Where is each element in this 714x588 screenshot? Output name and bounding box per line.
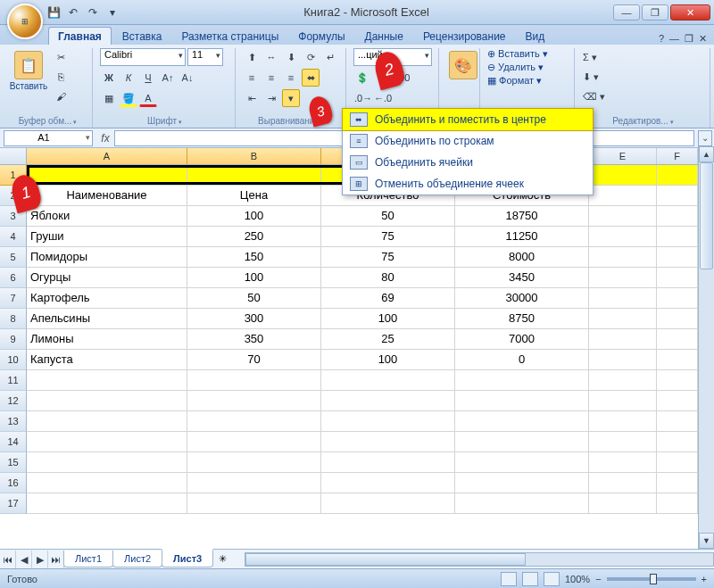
cell[interactable] (589, 473, 657, 493)
cell[interactable] (27, 452, 187, 473)
cell[interactable] (27, 411, 187, 432)
scroll-up[interactable]: ▲ (699, 146, 714, 162)
col-b[interactable]: B (187, 148, 321, 164)
cell[interactable]: Картофель (27, 288, 187, 309)
font-size-combo[interactable]: 11 (187, 48, 223, 66)
increase-indent[interactable]: ⇥ (262, 89, 280, 107)
tab-formulas[interactable]: Формулы (289, 28, 353, 45)
decrease-decimal[interactable]: ←.0 (373, 89, 391, 107)
row-header[interactable]: 13 (0, 411, 27, 432)
cell[interactable] (589, 227, 657, 247)
cell[interactable]: 7000 (455, 329, 589, 350)
cell[interactable] (455, 452, 589, 473)
row-header[interactable]: 8 (0, 309, 27, 329)
align-bottom[interactable]: ⬇ (282, 48, 300, 66)
grow-font-button[interactable]: A↑ (159, 69, 177, 87)
autosum[interactable]: Σ ▾ (582, 48, 598, 66)
cell[interactable] (321, 493, 455, 514)
row-header[interactable]: 7 (0, 288, 27, 309)
shrink-font-button[interactable]: A↓ (178, 69, 196, 87)
font-color-button[interactable]: A (139, 89, 157, 107)
cell[interactable]: 50 (321, 206, 455, 227)
cell[interactable] (657, 370, 698, 391)
tab-view[interactable]: Вид (517, 28, 554, 45)
cell[interactable] (321, 452, 455, 473)
fill-button[interactable]: ⬇ ▾ (582, 68, 600, 86)
cell[interactable] (657, 432, 698, 452)
row-header[interactable]: 6 (0, 268, 27, 288)
cell[interactable] (589, 247, 657, 268)
cell[interactable] (455, 493, 589, 514)
cell[interactable]: 80 (321, 268, 455, 288)
tab-home[interactable]: Главная (48, 27, 112, 45)
sheet-prev[interactable]: ◀ (16, 551, 32, 568)
cell[interactable] (657, 165, 698, 186)
orientation[interactable]: ⟳ (302, 48, 320, 66)
row-header[interactable]: 10 (0, 350, 27, 370)
border-button[interactable]: ▦ (100, 89, 118, 107)
cell[interactable] (657, 309, 698, 329)
cell[interactable]: 30000 (455, 288, 589, 309)
cell[interactable] (657, 186, 698, 206)
cell[interactable]: 300 (187, 309, 321, 329)
row-header[interactable]: 16 (0, 473, 27, 493)
close-button[interactable]: ✕ (670, 4, 710, 21)
cell[interactable] (455, 411, 589, 432)
italic-button[interactable]: К (120, 69, 137, 87)
tab-data[interactable]: Данные (356, 28, 412, 45)
qat-save[interactable]: 💾 (46, 5, 61, 20)
select-all-corner[interactable] (0, 148, 27, 164)
col-f[interactable]: F (657, 148, 698, 164)
qat-customize[interactable]: ▾ (105, 5, 120, 20)
unmerge-item[interactable]: ⊞Отменить объединение ячеек (343, 173, 593, 195)
row-header[interactable]: 14 (0, 432, 27, 452)
cell[interactable]: 0 (455, 350, 589, 370)
cell[interactable] (589, 165, 657, 186)
increase-decimal[interactable]: .0→ (353, 89, 371, 107)
zoom-level[interactable]: 100% (565, 574, 590, 584)
cell[interactable] (589, 370, 657, 391)
merge-center-item[interactable]: ⬌Объединить и поместить в центре (342, 108, 594, 131)
fx-button[interactable]: fx (96, 132, 114, 145)
zoom-slider[interactable] (607, 577, 696, 581)
cell[interactable] (589, 186, 657, 206)
view-pagebreak[interactable] (544, 572, 560, 586)
row-header[interactable]: 5 (0, 247, 27, 268)
cell[interactable] (455, 432, 589, 452)
qat-undo[interactable]: ↶ (66, 5, 80, 20)
cell[interactable] (589, 329, 657, 350)
cell[interactable] (455, 370, 589, 391)
cell[interactable] (589, 288, 657, 309)
merge-center-button[interactable]: ⬌ (302, 69, 320, 87)
cells-insert[interactable]: ⊕ Вставить ▾ (487, 48, 548, 60)
scroll-thumb[interactable] (700, 162, 713, 269)
row-header[interactable]: 9 (0, 329, 27, 350)
col-e[interactable]: E (589, 148, 657, 164)
zoom-out[interactable]: − (595, 574, 601, 584)
help-icon[interactable]: ? (659, 33, 664, 45)
cell[interactable] (187, 432, 321, 452)
cell[interactable]: Лимоны (27, 329, 187, 350)
align-top[interactable]: ⬆ (243, 48, 261, 66)
cell[interactable]: 3450 (455, 268, 589, 288)
col-a[interactable]: A (27, 148, 187, 164)
cell[interactable]: 100 (321, 350, 455, 370)
cell[interactable] (657, 391, 698, 411)
cell[interactable] (657, 288, 698, 309)
cell[interactable] (657, 452, 698, 473)
cell[interactable] (589, 206, 657, 227)
cell[interactable] (589, 432, 657, 452)
align-left[interactable]: ≡ (243, 69, 261, 87)
cell[interactable] (589, 493, 657, 514)
cell[interactable] (321, 473, 455, 493)
hscroll-thumb[interactable] (245, 553, 526, 566)
cell[interactable]: 350 (187, 329, 321, 350)
tab-pagelayout[interactable]: Разметка страницы (172, 28, 287, 45)
view-pagelayout[interactable] (522, 572, 538, 586)
cell[interactable]: 150 (187, 247, 321, 268)
cells-delete[interactable]: ⊖ Удалить ▾ (487, 62, 544, 73)
font-name-combo[interactable]: Calibri (100, 48, 186, 66)
cell[interactable] (27, 473, 187, 493)
sheet-tab-2[interactable]: Лист2 (112, 551, 162, 567)
minimize-button[interactable]: — (613, 4, 640, 21)
